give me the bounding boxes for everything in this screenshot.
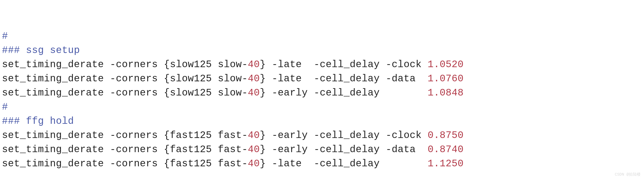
- flags: -early -cell_delay: [266, 87, 428, 98]
- brace: }: [260, 158, 266, 169]
- derate-cmd: set_timing_derate -corners: [2, 144, 164, 155]
- corner-list: slow125 slow-: [170, 59, 248, 70]
- brace: }: [260, 87, 266, 98]
- corner-list: slow125 slow-: [170, 73, 248, 84]
- brace: }: [260, 144, 266, 155]
- derate-cmd: set_timing_derate -corners: [2, 59, 164, 70]
- corner-list: fast125 fast-: [170, 158, 248, 169]
- flags: -late -cell_delay -data: [266, 73, 428, 84]
- corner-temp: 40: [248, 158, 260, 169]
- flags: -late -cell_delay: [266, 158, 428, 169]
- brace: {: [164, 130, 170, 141]
- section-header-ffg: ### ffg hold: [2, 116, 74, 127]
- derate-cmd: set_timing_derate -corners: [2, 73, 164, 84]
- brace: }: [260, 59, 266, 70]
- derate-cmd: set_timing_derate -corners: [2, 158, 164, 169]
- corner-temp: 40: [248, 59, 260, 70]
- brace: {: [164, 144, 170, 155]
- flags: -late -cell_delay -clock: [266, 59, 428, 70]
- brace: {: [164, 158, 170, 169]
- brace: }: [260, 73, 266, 84]
- section-header-ssg: ### ssg setup: [2, 45, 80, 56]
- brace: {: [164, 73, 170, 84]
- flags: -early -cell_delay -data: [266, 144, 428, 155]
- value: 1.1250: [428, 158, 464, 169]
- brace: {: [164, 87, 170, 98]
- code-block: # ### ssg setup set_timing_derate -corne…: [2, 29, 642, 171]
- comment-line: #: [2, 31, 8, 42]
- derate-cmd: set_timing_derate -corners: [2, 87, 164, 98]
- corner-temp: 40: [248, 87, 260, 98]
- brace: }: [260, 130, 266, 141]
- corner-list: fast125 fast-: [170, 130, 248, 141]
- value: 0.8750: [428, 130, 464, 141]
- corner-temp: 40: [248, 130, 260, 141]
- value: 1.0520: [428, 59, 464, 70]
- watermark: CSDN @拾陆楼: [615, 172, 640, 178]
- corner-list: fast125 fast-: [170, 144, 248, 155]
- value: 0.8740: [428, 144, 464, 155]
- corner-temp: 40: [248, 144, 260, 155]
- value: 1.0760: [428, 73, 464, 84]
- derate-cmd: set_timing_derate -corners: [2, 130, 164, 141]
- value: 1.0848: [428, 87, 464, 98]
- brace: {: [164, 59, 170, 70]
- flags: -early -cell_delay -clock: [266, 130, 428, 141]
- corner-temp: 40: [248, 73, 260, 84]
- corner-list: slow125 slow-: [170, 87, 248, 98]
- comment-line: #: [2, 102, 8, 113]
